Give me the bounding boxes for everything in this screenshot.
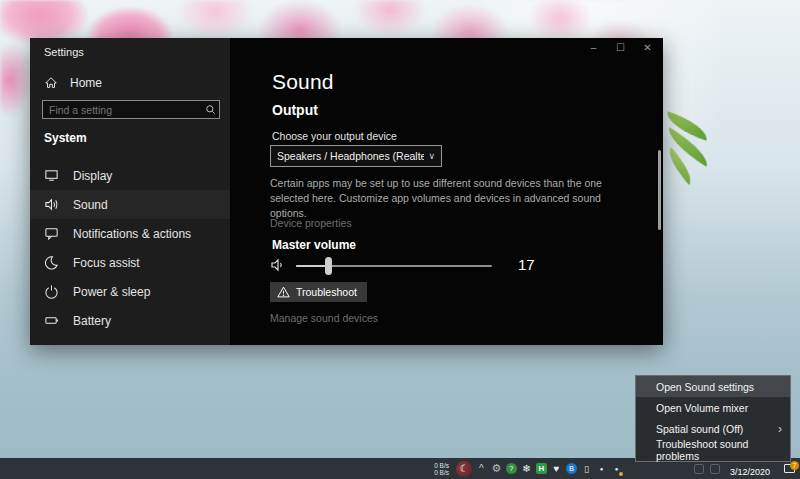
- device-properties-link[interactable]: Device properties: [270, 217, 352, 229]
- sidebar-item-battery[interactable]: Battery: [30, 306, 230, 335]
- notifications-icon: [44, 226, 59, 241]
- speaker-icon[interactable]: [270, 257, 286, 277]
- master-volume-slider: 17: [270, 254, 650, 278]
- warning-icon: [277, 286, 290, 298]
- battery-tray-icon[interactable]: ▯: [579, 458, 594, 479]
- sidebar-item-label: Battery: [73, 314, 111, 328]
- sidebar-item-label: Sound: [73, 198, 108, 212]
- window-caption-buttons: – ☐ ✕: [580, 38, 661, 57]
- taskbar-clock-date[interactable]: 3/12/2020: [730, 461, 770, 477]
- menu-item-label: Spatial sound (Off): [656, 423, 743, 435]
- gear-tray-icon[interactable]: ⚙: [489, 458, 504, 479]
- troubleshoot-label: Troubleshoot: [296, 286, 357, 298]
- close-button[interactable]: ✕: [634, 38, 661, 57]
- sidebar-item-notifications[interactable]: Notifications & actions: [30, 219, 230, 248]
- network-speed-indicator[interactable]: 0 B/s 0 B/s: [434, 462, 449, 476]
- settings-window: Settings Home System Display Sound Not: [30, 38, 663, 345]
- search-icon[interactable]: [201, 101, 219, 119]
- home-icon: [44, 76, 58, 90]
- notification-badge: 7: [790, 461, 799, 470]
- output-device-label: Choose your output device: [272, 130, 397, 142]
- menu-item-open-volume-mixer[interactable]: Open Volume mixer: [636, 397, 790, 418]
- sidebar-home-label: Home: [70, 76, 102, 90]
- minimize-button[interactable]: –: [580, 38, 607, 57]
- slider-thumb[interactable]: [325, 257, 332, 275]
- output-device-dropdown[interactable]: Speakers / Headphones (Realtek Au... ∨: [270, 145, 442, 167]
- orange-badge-dot: [619, 472, 623, 476]
- sidebar-section-title: System: [44, 131, 87, 145]
- sidebar-item-display[interactable]: Display: [30, 161, 230, 190]
- question-tray-icon[interactable]: ?: [504, 458, 519, 479]
- focus-assist-icon: [44, 255, 59, 270]
- menu-item-spatial-sound[interactable]: Spatial sound (Off) ›: [636, 418, 790, 439]
- settings-main-pane: – ☐ ✕ Sound Output Choose your output de…: [230, 38, 663, 345]
- snowflake-tray-icon[interactable]: ❄: [519, 458, 534, 479]
- output-section-title: Output: [272, 102, 318, 118]
- sidebar-item-home[interactable]: Home: [38, 71, 222, 95]
- display-icon: [44, 168, 59, 183]
- hidden-tray-icon[interactable]: [710, 464, 720, 474]
- output-device-value: Speakers / Headphones (Realtek Au...: [277, 150, 424, 162]
- bluetooth-tray-icon[interactable]: B: [564, 458, 579, 479]
- sidebar-item-label: Display: [73, 169, 112, 183]
- sidebar-item-power-sleep[interactable]: Power & sleep: [30, 277, 230, 306]
- sidebar-item-label: Power & sleep: [73, 285, 150, 299]
- manage-sound-devices-link[interactable]: Manage sound devices: [270, 312, 378, 324]
- search-box[interactable]: [42, 100, 220, 119]
- master-volume-label: Master volume: [272, 238, 356, 252]
- h-app-tray-icon[interactable]: H: [534, 458, 549, 479]
- output-description: Certain apps may be set up to use differ…: [270, 176, 624, 221]
- master-volume-value: 17: [518, 256, 535, 273]
- moon-icon: ☾: [456, 461, 472, 477]
- power-icon: [44, 284, 59, 299]
- battery-icon: [44, 313, 59, 328]
- sidebar-nav: Display Sound Notifications & actions Fo…: [30, 161, 230, 335]
- troubleshoot-button[interactable]: Troubleshoot: [270, 282, 367, 302]
- tray-overflow-chevron-icon[interactable]: ^: [474, 458, 489, 479]
- net-up-label: 0 B/s: [434, 462, 449, 469]
- mic-icon: ●: [615, 466, 619, 472]
- question-icon: ?: [506, 463, 517, 474]
- heart-tray-icon[interactable]: ♥: [549, 458, 564, 479]
- sidebar-item-sound[interactable]: Sound: [30, 190, 230, 219]
- net-down-label: 0 B/s: [434, 469, 449, 476]
- bluetooth-icon: B: [566, 463, 577, 474]
- page-title: Sound: [272, 70, 334, 94]
- search-input[interactable]: [43, 104, 201, 116]
- sidebar-item-label: Focus assist: [73, 256, 140, 270]
- moon-app-tray-icon[interactable]: ☾: [454, 458, 474, 479]
- chevron-down-icon: ∨: [428, 151, 435, 161]
- window-title: Settings: [44, 46, 84, 58]
- settings-sidebar: Settings Home System Display Sound Not: [30, 38, 230, 345]
- sidebar-item-label: Notifications & actions: [73, 227, 191, 241]
- chevron-right-icon: ›: [778, 422, 782, 436]
- sidebar-item-focus-assist[interactable]: Focus assist: [30, 248, 230, 277]
- hidden-tray-icon[interactable]: [694, 464, 704, 474]
- mic-tray-icon[interactable]: ●: [609, 458, 624, 479]
- volume-context-menu: Open Sound settings Open Volume mixer Sp…: [635, 375, 791, 462]
- maximize-button[interactable]: ☐: [607, 38, 634, 57]
- scrollbar[interactable]: [658, 150, 661, 230]
- droplet-tray-icon[interactable]: ●: [594, 458, 609, 479]
- menu-item-troubleshoot-sound-problems[interactable]: Troubleshoot sound problems: [636, 439, 790, 460]
- h-app-icon: H: [536, 463, 547, 474]
- sound-icon: [44, 197, 59, 212]
- menu-item-open-sound-settings[interactable]: Open Sound settings: [636, 376, 790, 397]
